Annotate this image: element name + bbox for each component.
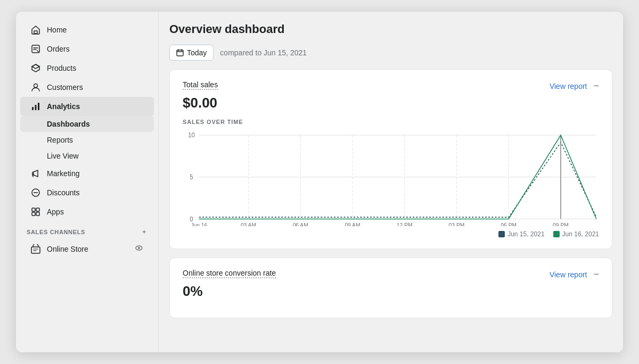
total-sales-card: Total sales View report − $0.00 SALES OV… [169,69,612,249]
svg-rect-11 [36,208,39,211]
sidebar-item-products[interactable]: Products [20,59,154,78]
sidebar-item-discounts[interactable]: Discounts [20,183,154,202]
sidebar-item-analytics-label: Analytics [47,102,80,111]
sidebar-item-apps[interactable]: Apps [20,202,154,221]
discounts-icon [31,188,40,197]
online-store-label: Online Store [47,245,88,253]
sidebar-sub-reports-label: Reports [47,136,73,144]
svg-text:03 PM: 03 PM [449,222,465,226]
sidebar-item-customers-label: Customers [47,83,83,92]
total-sales-view-report[interactable]: View report [550,82,587,90]
products-icon [31,63,40,73]
chart-legend: Jun 15, 2021 Jun 16, 2021 [183,230,599,238]
total-sales-value: $0.00 [183,95,599,111]
eye-icon[interactable] [135,244,143,254]
total-sales-collapse[interactable]: − [593,80,599,92]
sales-over-time-label: SALES OVER TIME [183,119,599,125]
marketing-icon [31,169,40,178]
analytics-icon [31,102,40,111]
legend-jun15-dot [498,231,505,237]
svg-point-4 [34,84,38,88]
sidebar-item-products-label: Products [47,64,76,72]
toolbar: Today compared to Jun 15, 2021 [169,45,612,61]
calendar-icon [176,49,184,56]
compare-text: compared to Jun 15, 2021 [220,48,307,57]
svg-text:09 PM: 09 PM [553,222,569,226]
svg-rect-5 [32,107,34,110]
conversion-rate-collapse[interactable]: − [593,269,599,280]
customers-icon [31,82,40,92]
orders-icon [31,44,40,54]
conversion-rate-card: Online store conversion rate View report… [169,258,612,318]
online-store-icon [31,244,40,254]
sidebar-item-orders[interactable]: Orders [20,39,154,59]
sidebar-item-online-store[interactable]: Online Store [20,239,154,259]
svg-text:5: 5 [190,173,193,181]
sidebar-item-marketing[interactable]: Marketing [20,164,154,183]
home-icon [31,25,40,35]
sidebar-sub-dashboards[interactable]: Dashboards [20,116,154,132]
total-sales-title: Total sales [183,80,218,90]
svg-text:Jun 16: Jun 16 [191,222,207,226]
svg-text:03 AM: 03 AM [241,222,256,226]
apps-icon [31,207,40,217]
svg-rect-7 [38,103,39,110]
add-sales-channel-icon[interactable]: ＋ [141,228,148,236]
sidebar-item-apps-label: Apps [47,208,64,216]
sidebar-item-customers[interactable]: Customers [20,78,154,97]
sidebar-item-home[interactable]: Home [20,20,154,39]
sales-chart: 10 5 0 [183,130,599,226]
sidebar-item-orders-label: Orders [47,45,70,53]
svg-rect-12 [32,212,35,216]
sales-channels-label: SALES CHANNELS [27,229,85,235]
today-label: Today [187,48,207,57]
sidebar-item-home-label: Home [47,26,67,34]
sales-chart-svg: 10 5 0 [183,130,599,226]
conversion-rate-title: Online store conversion rate [183,269,276,278]
sidebar-sub-liveview-label: Live View [47,152,79,160]
conversion-rate-value: 0% [183,283,599,300]
svg-rect-17 [177,50,183,56]
svg-text:06 AM: 06 AM [293,222,308,226]
sidebar-sub-liveview[interactable]: Live View [20,148,154,164]
today-button[interactable]: Today [169,45,214,61]
svg-rect-14 [31,247,40,253]
svg-text:09 AM: 09 AM [345,222,360,226]
conversion-rate-view-report[interactable]: View report [550,270,587,279]
legend-jun16-dot [553,231,560,237]
svg-text:10: 10 [188,131,195,139]
page-title: Overview dashboard [169,22,612,36]
sidebar-sub-dashboards-label: Dashboards [47,120,90,128]
sidebar-item-discounts-label: Discounts [47,188,79,197]
svg-rect-13 [36,212,39,216]
svg-marker-3 [32,64,39,69]
legend-jun16: Jun 16, 2021 [553,230,599,238]
svg-text:12 PM: 12 PM [397,222,413,226]
legend-jun15-label: Jun 15, 2021 [507,230,544,238]
sidebar: Home Orders Products Customers Analytics [16,12,159,352]
sidebar-item-analytics[interactable]: Analytics [20,97,154,116]
sidebar-sub-reports[interactable]: Reports [20,132,154,148]
svg-text:06 PM: 06 PM [501,222,517,226]
svg-point-16 [138,247,140,249]
legend-jun16-label: Jun 16, 2021 [562,230,599,238]
svg-rect-6 [35,105,37,110]
sales-channels-section: SALES CHANNELS ＋ [16,221,158,239]
svg-rect-0 [34,31,37,34]
svg-rect-10 [32,208,35,211]
sidebar-item-marketing-label: Marketing [47,169,79,178]
legend-jun15: Jun 15, 2021 [498,230,544,238]
main-content: Overview dashboard Today compared to Jun… [159,12,623,352]
